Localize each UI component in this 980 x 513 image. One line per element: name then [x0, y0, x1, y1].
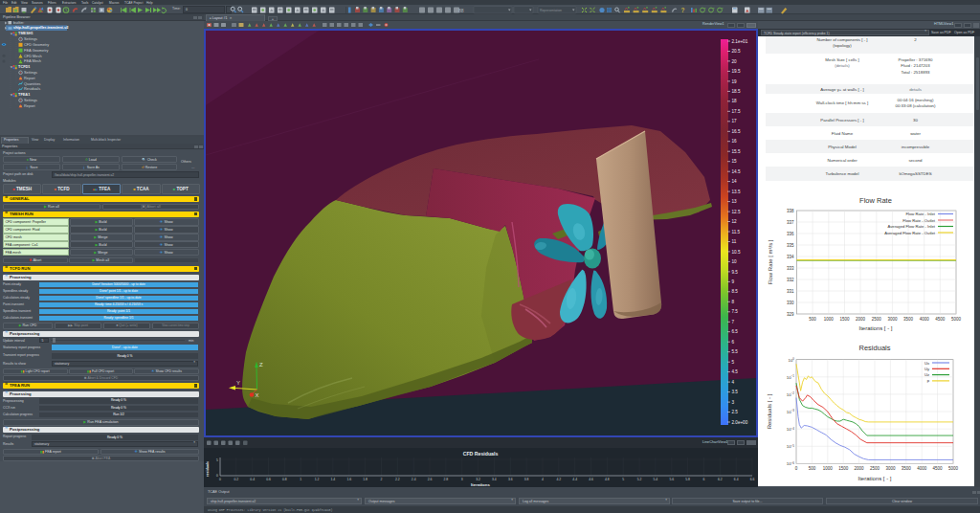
svg-text:Y: Y — [236, 380, 240, 386]
svg-text:Z: Z — [259, 362, 263, 368]
svg-text:5.5: 5.5 — [732, 349, 739, 354]
svg-text:2000: 2000 — [855, 466, 865, 471]
svg-text:11: 11 — [732, 239, 737, 244]
svg-text:2.8: 2.8 — [444, 478, 449, 481]
svg-text:2.5: 2.5 — [732, 410, 739, 414]
svg-text:12.5: 12.5 — [732, 210, 741, 214]
svg-text:4500: 4500 — [935, 317, 946, 322]
svg-text:19: 19 — [732, 79, 738, 84]
svg-text:CFD Geometry: CFD Geometry — [24, 42, 49, 47]
svg-text:0.4: 0.4 — [250, 478, 255, 481]
svg-text:333: 333 — [787, 266, 794, 271]
svg-text:4.6: 4.6 — [589, 478, 593, 481]
svg-text:5: 5 — [622, 478, 624, 481]
svg-text:332: 332 — [787, 278, 794, 282]
svg-text:2.0e+00: 2.0e+00 — [732, 420, 748, 425]
svg-text:4000: 4000 — [920, 317, 930, 322]
svg-text:9: 9 — [732, 279, 735, 284]
svg-text:Flow Rate - Outlet: Flow Rate - Outlet — [902, 218, 936, 223]
svg-text:329: 329 — [787, 312, 794, 317]
svg-text:3.6: 3.6 — [508, 478, 513, 481]
svg-text:11.5: 11.5 — [732, 230, 741, 234]
svg-text:FEA Geometry: FEA Geometry — [24, 48, 49, 53]
svg-text:16.5: 16.5 — [732, 129, 741, 134]
svg-text:Quantities: Quantities — [24, 81, 41, 86]
svg-text:1000: 1000 — [823, 466, 834, 471]
svg-text:7: 7 — [732, 320, 735, 324]
svg-text:residuals: residuals — [206, 461, 210, 477]
svg-text:100: 100 — [788, 357, 794, 363]
svg-text:338: 338 — [787, 209, 794, 213]
svg-text:3.4: 3.4 — [492, 478, 497, 481]
svg-text:88: 88 — [458, 8, 464, 13]
svg-text:1000: 1000 — [824, 317, 835, 322]
svg-text:2.2: 2.2 — [395, 478, 400, 481]
svg-text:Report: Report — [24, 76, 36, 80]
svg-text:3.5: 3.5 — [732, 390, 739, 394]
svg-text:4.8: 4.8 — [605, 478, 610, 481]
svg-text:6: 6 — [732, 340, 735, 345]
svg-text:18.5: 18.5 — [732, 89, 741, 94]
svg-text:10−1: 10−1 — [787, 374, 795, 380]
svg-text:X: X — [256, 392, 259, 398]
svg-text:3500: 3500 — [902, 466, 912, 471]
svg-text:4: 4 — [732, 380, 735, 385]
svg-text:Residuals: Residuals — [24, 86, 40, 91]
svg-text:17.5: 17.5 — [732, 109, 741, 114]
svg-text:19.5: 19.5 — [732, 69, 741, 74]
svg-text:14: 14 — [732, 179, 738, 184]
svg-text:337: 337 — [787, 220, 794, 225]
svg-text:16: 16 — [732, 139, 738, 144]
svg-text:5: 5 — [216, 458, 218, 462]
svg-text:500: 500 — [809, 466, 816, 471]
svg-text:3: 3 — [461, 478, 463, 481]
svg-text:6.2: 6.2 — [718, 478, 723, 481]
svg-text:1.2: 1.2 — [315, 478, 320, 481]
svg-text:335: 335 — [787, 243, 794, 248]
svg-text:Residuals: Residuals — [859, 344, 891, 352]
svg-text:Iterations [ - ]: Iterations [ - ] — [858, 325, 892, 331]
svg-text:ship-hull-propeller-transient-: ship-hull-propeller-transient-v2 — [13, 25, 69, 30]
svg-text:17: 17 — [732, 119, 738, 123]
svg-text:4.2: 4.2 — [556, 478, 561, 481]
svg-text:13.5: 13.5 — [732, 190, 741, 194]
svg-text:1.6: 1.6 — [346, 478, 351, 481]
svg-text:6.4: 6.4 — [734, 478, 739, 481]
svg-text:Iterations [ - ]: Iterations [ - ] — [858, 476, 891, 481]
svg-text:Uy: Uy — [924, 367, 930, 371]
svg-text:1: 1 — [300, 478, 301, 481]
svg-text:?: ? — [681, 7, 685, 13]
svg-text:5.8: 5.8 — [685, 478, 690, 481]
svg-text:1500: 1500 — [839, 317, 850, 322]
svg-text:3000: 3000 — [885, 466, 896, 471]
svg-text:5000: 5000 — [948, 466, 959, 471]
svg-text:5: 5 — [732, 360, 735, 365]
svg-text:Ux: Ux — [924, 361, 930, 366]
svg-text:336: 336 — [787, 232, 794, 236]
svg-text:2.1e+01: 2.1e+01 — [732, 39, 748, 44]
svg-text:Averaged Flow Rate - Inlet: Averaged Flow Rate - Inlet — [888, 224, 936, 229]
svg-text:FEA Mesh: FEA Mesh — [24, 58, 41, 63]
svg-text:5.2: 5.2 — [637, 478, 642, 481]
svg-text:CFD Residuals: CFD Residuals — [463, 451, 499, 457]
svg-text:TMESH1: TMESH1 — [18, 31, 34, 35]
svg-text:334: 334 — [787, 255, 794, 259]
svg-text:Averaged Flow Rate - Outlet: Averaged Flow Rate - Outlet — [884, 231, 936, 235]
svg-text:6.5: 6.5 — [732, 329, 739, 334]
svg-text:13: 13 — [732, 199, 738, 204]
svg-text:5.4: 5.4 — [654, 478, 658, 481]
svg-text:20: 20 — [732, 59, 738, 64]
svg-text:0.8: 0.8 — [282, 478, 287, 481]
svg-text:4: 4 — [542, 478, 544, 481]
svg-text:5000: 5000 — [951, 317, 962, 322]
svg-text:1.4: 1.4 — [331, 478, 336, 481]
svg-text:5.6: 5.6 — [669, 478, 674, 481]
svg-text:4.4: 4.4 — [572, 478, 577, 481]
svg-text:10−5: 10−5 — [787, 444, 795, 450]
svg-text:6: 6 — [703, 478, 705, 481]
svg-text:TFEA1: TFEA1 — [18, 92, 31, 97]
svg-text:Settings: Settings — [24, 98, 37, 102]
svg-text:8.5: 8.5 — [732, 289, 739, 294]
svg-text:0.2: 0.2 — [234, 478, 238, 481]
svg-text:7.5: 7.5 — [732, 309, 739, 314]
